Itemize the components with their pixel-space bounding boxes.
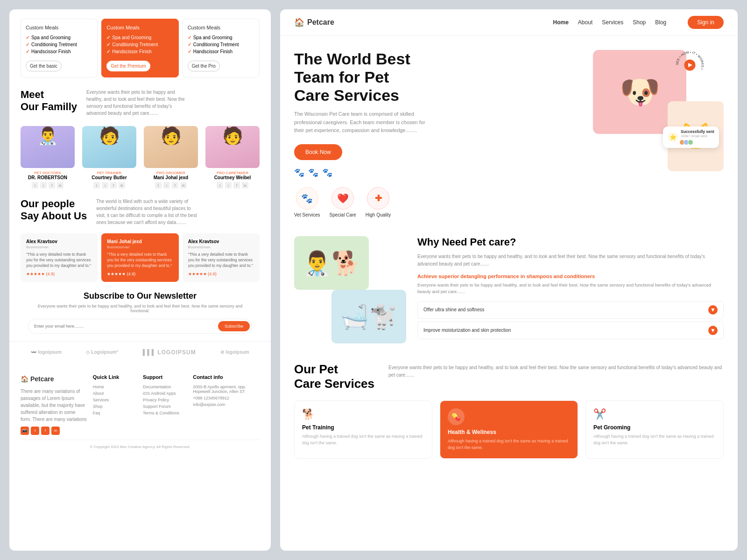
- logo-diamond-icon: ◇: [86, 350, 90, 355]
- feature-item: Spa and Grooming: [26, 34, 92, 41]
- twitter-icon[interactable]: t: [217, 182, 223, 189]
- vet-grooming-emoji: 🛁🐩: [340, 303, 398, 330]
- team-photo: 🧑: [82, 126, 136, 168]
- health-desc: Although having a trained dog isn't the …: [448, 438, 570, 451]
- vet-label: Vet Services: [294, 212, 320, 217]
- feature-item: Handscissor Finish: [26, 48, 92, 55]
- nav-link-blog[interactable]: Blog: [655, 19, 666, 26]
- facebook-icon[interactable]: f: [233, 182, 240, 189]
- price-card-pro: Custom Meals Spa and Grooming Conditioni…: [183, 19, 260, 77]
- team-card-dr: 👨‍⚕️ Pet Doctors DR. ROBERTSON t i f in: [21, 126, 75, 189]
- accordion-toggle-1[interactable]: ▼: [708, 305, 718, 315]
- subscribe-button[interactable]: Subscribe: [218, 321, 250, 331]
- accordion-toggle-2[interactable]: ▼: [708, 326, 718, 335]
- linkedin-icon[interactable]: in: [57, 182, 63, 189]
- social-icons: t i f in: [144, 182, 198, 189]
- feature-item: Spa and Grooming: [106, 34, 173, 41]
- hero-title: The World Best Team for Pet Care Service…: [294, 50, 584, 105]
- team-card-caretaker: 🧑 Pro Caretaker Courtney Weibel t i f in: [205, 126, 260, 189]
- service-quality: ✚ High Quality: [366, 187, 391, 217]
- nav-link-services[interactable]: Services: [602, 19, 623, 26]
- vet-icon-circle: 🐾: [296, 187, 318, 210]
- nav-link-shop[interactable]: Shop: [633, 19, 646, 26]
- twitter-icon[interactable]: t: [32, 182, 38, 189]
- footer-link[interactable]: Services: [93, 397, 137, 403]
- brand-instagram-icon[interactable]: 📷: [21, 427, 29, 435]
- special-heart-icon: ❤️: [337, 193, 349, 204]
- accordion-moisture[interactable]: Improve moisturization and skin protecti…: [417, 322, 724, 339]
- nav-links: Home About Services Shop Blog: [553, 19, 667, 26]
- training-title: Pet Training: [302, 424, 424, 431]
- footer-link[interactable]: Faq: [93, 410, 137, 416]
- footer-link[interactable]: Documentation: [143, 384, 187, 390]
- feature-item: Conditioning Tretment: [106, 41, 173, 48]
- review-text: "This a very detailed note to thank you …: [26, 252, 92, 269]
- paw-icon-2: 🐾: [308, 168, 318, 178]
- nav-brand-icon: 🏠: [294, 17, 304, 28]
- linkedin-icon[interactable]: in: [119, 182, 125, 189]
- chevron-down-icon-2: ▼: [710, 327, 716, 334]
- email-input[interactable]: [34, 324, 214, 329]
- accordion-shine[interactable]: Offer ultra shine and softness ▼: [417, 301, 724, 319]
- reviewer-name: Alex Kravtsov: [188, 239, 254, 244]
- avatar-3: [688, 140, 693, 145]
- training-icon: 🐕: [302, 408, 424, 420]
- team-card-groomer: 🧑 Pro Groomer Mani Johal jexd t i f in: [144, 126, 198, 189]
- basic-btn[interactable]: Get the basic: [26, 61, 62, 71]
- footer-link[interactable]: Privacy Policy: [143, 397, 187, 403]
- linkedin-icon[interactable]: in: [242, 182, 248, 189]
- footer-brand-title: 🏠 Petcare: [21, 374, 87, 384]
- pet-care-services-section: Our Pet Care Services Everyone wants the…: [280, 353, 738, 468]
- facebook-icon[interactable]: f: [49, 182, 55, 189]
- nav-link-about[interactable]: About: [578, 19, 592, 26]
- signin-button[interactable]: Sign in: [688, 16, 724, 29]
- team-role: Pet Doctors: [21, 171, 75, 175]
- social-icons: t i f in: [82, 182, 136, 189]
- reviewer-role: Businessman: [188, 245, 254, 249]
- testimonial-card-3: Alex Kravtsov Businessman "This a very d…: [183, 233, 260, 282]
- nav-brand: 🏠 Petcare: [294, 17, 334, 28]
- nav-link-home[interactable]: Home: [553, 19, 569, 26]
- logo-4: ⊘ logoipsum: [220, 350, 249, 355]
- instagram-icon[interactable]: i: [102, 182, 108, 189]
- premium-btn[interactable]: Get the Premium: [106, 61, 150, 71]
- footer-link[interactable]: Home: [93, 384, 137, 390]
- footer-link[interactable]: About: [93, 390, 137, 397]
- brand-facebook-icon[interactable]: f: [41, 427, 49, 435]
- brand-twitter-icon[interactable]: t: [31, 427, 39, 435]
- footer-link[interactable]: Shop: [93, 403, 137, 410]
- team-photo: 👨‍⚕️: [21, 126, 75, 168]
- logo-bars-icon: ▌▌▌: [143, 349, 156, 356]
- health-title: Health & Wellness: [448, 429, 570, 435]
- team-role: Pro Groomer: [144, 171, 198, 175]
- paw-icon-1: 🐾: [294, 168, 304, 178]
- instagram-icon[interactable]: i: [225, 182, 232, 189]
- footer-support-col: Support Documentation iOS Android Apps P…: [143, 374, 187, 435]
- grooming-icon: ✂️: [593, 408, 716, 420]
- facebook-icon[interactable]: f: [110, 182, 117, 189]
- left-panel: Custom Meals Spa and Grooming Conditioni…: [9, 9, 271, 551]
- instagram-icon[interactable]: i: [40, 182, 47, 189]
- right-panel: 🏠 Petcare Home About Services Shop Blog …: [280, 9, 738, 551]
- pro-btn[interactable]: Get the Pro: [188, 61, 220, 71]
- pet-services-desc: Everyone wants their pets to be happy an…: [388, 362, 724, 379]
- paw-decoration: 🐾 🐾 🐾: [294, 168, 584, 178]
- footer-link[interactable]: Terms & Conditions: [143, 410, 187, 416]
- footer-link[interactable]: iOS Android Apps: [143, 390, 187, 397]
- logos-section: 〰️ logoipsum ◇ Logoipsum° ▌▌▌ LOGOIPSUM …: [9, 341, 271, 363]
- footer-quicklink-col: Quick Link Home About Services Shop Faq: [93, 374, 137, 435]
- notification-box: ⭐ Successfully sent 100k+ email sent: [663, 126, 719, 148]
- logo-3: ▌▌▌ LOGOIPSUM: [143, 349, 196, 356]
- newsletter-section: Subscribe to Our Newsletter Everyone wan…: [9, 282, 271, 334]
- instagram-icon[interactable]: i: [163, 182, 170, 189]
- book-now-button[interactable]: Book Now: [294, 144, 342, 160]
- facebook-icon[interactable]: f: [172, 182, 178, 189]
- twitter-icon[interactable]: t: [155, 182, 162, 189]
- grooming-title: Pet Grooming: [593, 424, 716, 431]
- brand-linkedin-icon[interactable]: in: [51, 427, 60, 435]
- feature-item: Handscissor Finish: [106, 48, 173, 55]
- linkedin-icon[interactable]: in: [180, 182, 187, 189]
- footer-link[interactable]: Support Forum: [143, 403, 187, 410]
- twitter-icon[interactable]: t: [93, 182, 100, 189]
- footer-section: 🏠 Petcare There are many variations of p…: [9, 365, 271, 458]
